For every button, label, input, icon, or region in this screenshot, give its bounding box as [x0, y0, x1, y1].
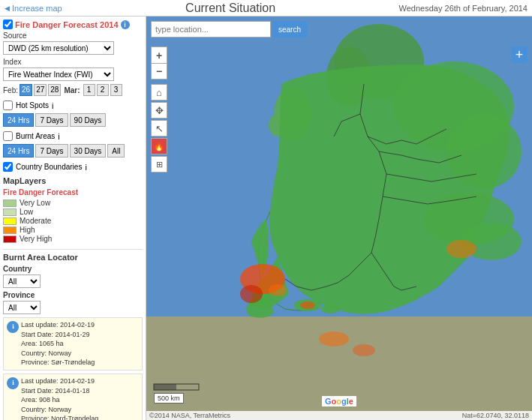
province-select-row: All	[3, 301, 143, 314]
source-label: Source	[3, 32, 143, 40]
search-input[interactable]	[151, 21, 271, 38]
hot-spots-tab-24hrs[interactable]: 24 Hrs	[3, 113, 34, 127]
hot-spots-info-icon[interactable]: i	[52, 101, 53, 110]
source-row: DWD (25 km resolution)	[3, 41, 143, 55]
map-zoom-controls: + −	[151, 46, 167, 80]
hot-spots-section: Hot Spots i 24 Hrs 7 Days 90 Days	[3, 100, 143, 127]
date-btn-feb-27[interactable]: 27	[34, 84, 47, 96]
mar-label: Mar:	[64, 86, 80, 94]
info-card-2-icon[interactable]: ℹ	[7, 377, 19, 389]
legend-label-very-high: Very High	[20, 235, 52, 243]
legend-label-very-low: Very Low	[20, 199, 50, 207]
svg-point-15	[446, 114, 521, 189]
legend-item-low: Low	[3, 208, 143, 216]
map-search: search	[151, 21, 307, 38]
hot-spots-tabs: 24 Hrs 7 Days 90 Days	[3, 113, 143, 127]
legend-color-very-low	[3, 200, 17, 207]
legend-item-very-high: Very High	[3, 235, 143, 243]
svg-point-12	[319, 332, 349, 346]
burnt-areas-row: Burnt Areas i	[3, 131, 143, 141]
google-logo: Google	[322, 396, 356, 406]
burnt-area-locator: Burnt Area Locator Country All Province …	[3, 249, 143, 420]
nav-fire-button[interactable]: 🔥	[151, 138, 167, 154]
date-btn-feb-26[interactable]: 26	[20, 84, 32, 96]
date-btn-mar-2[interactable]: 2	[97, 84, 109, 96]
burnt-areas-tab-all[interactable]: All	[107, 144, 125, 158]
svg-point-7	[240, 285, 263, 303]
country-field-label: Country	[3, 265, 143, 273]
svg-point-11	[321, 304, 339, 314]
date-btn-mar-3[interactable]: 3	[110, 84, 122, 96]
header-date: Wednesday 26th of February, 2014	[399, 4, 527, 13]
legend-item-very-low: Very Low	[3, 199, 143, 207]
legend-color-high	[3, 226, 17, 234]
hot-spots-label: Hot Spots	[16, 101, 49, 110]
page-title: Current Situation	[185, 2, 275, 15]
search-button[interactable]: search	[272, 21, 307, 38]
hot-spots-checkbox[interactable]	[3, 100, 13, 110]
map-nav-controls: ⌂ ✥ ↖ 🔥 ⊞	[151, 84, 167, 172]
country-boundaries-checkbox[interactable]	[3, 162, 13, 172]
country-select-row: All	[3, 274, 143, 288]
zoom-out-button[interactable]: −	[151, 63, 167, 80]
feb-label: Feb:	[3, 86, 18, 94]
map-expand-button[interactable]: +	[511, 46, 527, 63]
burnt-areas-tab-24hrs[interactable]: 24 Hrs	[3, 144, 34, 158]
increase-map-link[interactable]: Increase map	[5, 4, 62, 13]
hot-spots-tab-7days[interactable]: 7 Days	[35, 113, 68, 127]
main-content: Fire Danger Forecast 2014 i Source DWD (…	[0, 16, 532, 420]
legend-label-moderate: Moderate	[20, 217, 51, 225]
date-btn-mar-1[interactable]: 1	[83, 84, 95, 96]
date-btn-feb-28[interactable]: 28	[48, 84, 61, 96]
legend-color-moderate	[3, 218, 17, 225]
province-field-label: Province	[3, 291, 143, 299]
nav-home-button[interactable]: ⌂	[151, 84, 167, 100]
map-layers-title: MapLayers	[3, 176, 143, 185]
legend-color-low	[3, 208, 17, 216]
nav-pointer-button[interactable]: ↖	[151, 120, 167, 136]
map-imagery-credit: ©2014 NASA, TerraMetrics	[149, 412, 230, 419]
legend-label-high: High	[20, 226, 35, 234]
index-label: Index	[3, 58, 143, 66]
burnt-areas-section: Burnt Areas i 24 Hrs 7 Days 30 Days All	[3, 131, 143, 158]
fire-danger-title: Fire Danger Forecast 2014 i	[3, 20, 143, 29]
burnt-locator-title: Burnt Area Locator	[3, 253, 143, 262]
map-area[interactable]: search + − ⌂ ✥ ↖ 🔥 ⊞ + Google	[146, 16, 532, 420]
app: Increase map Current Situation Wednesday…	[0, 0, 532, 420]
source-select[interactable]: DWD (25 km resolution)	[3, 41, 114, 55]
svg-point-10	[300, 302, 315, 309]
country-boundaries-label: Country Boundaries	[16, 163, 82, 171]
info-card-2-text: Last update: 2014-02-19 Start Date: 2014…	[21, 376, 98, 420]
map-coords: Nat=62.0740, 32.0118	[462, 412, 529, 419]
province-select[interactable]: All	[3, 301, 41, 314]
map-footer: ©2014 NASA, TerraMetrics Nat=62.0740, 32…	[146, 411, 532, 420]
fire-danger-info-icon[interactable]: i	[121, 20, 130, 29]
info-card-1-icon[interactable]: ℹ	[7, 321, 19, 333]
country-boundaries-info-icon[interactable]: i	[85, 163, 86, 172]
zoom-in-button[interactable]: +	[151, 46, 167, 63]
nav-pan-button[interactable]: ✥	[151, 102, 167, 118]
country-boundaries-row: Country Boundaries i	[3, 162, 143, 172]
svg-rect-20	[154, 384, 176, 390]
map-layers-section: MapLayers Fire Danger Forecast Very Low …	[3, 176, 143, 243]
burnt-areas-tab-30days[interactable]: 30 Days	[70, 144, 107, 158]
burnt-areas-checkbox[interactable]	[3, 131, 13, 141]
burnt-areas-label: Burnt Areas	[16, 132, 55, 140]
fire-danger-checkbox[interactable]	[3, 20, 13, 29]
fire-danger-section: Fire Danger Forecast 2014 i Source DWD (…	[3, 20, 143, 96]
index-select[interactable]: Fire Weather Index (FWI)	[3, 68, 114, 81]
burnt-areas-tab-7days[interactable]: 7 Days	[35, 144, 68, 158]
info-card-1: ℹ Last update: 2014-02-19 Start Date: 20…	[3, 317, 143, 370]
country-select[interactable]: All	[3, 274, 41, 288]
index-row: Fire Weather Index (FWI)	[3, 68, 143, 81]
legend-item-moderate: Moderate	[3, 217, 143, 225]
legend-label-low: Low	[20, 208, 33, 216]
legend: Very Low Low Moderate High	[3, 199, 143, 243]
burnt-areas-info-icon[interactable]: i	[58, 132, 59, 141]
fire-danger-layer-title: Fire Danger Forecast	[3, 188, 143, 196]
svg-point-18	[446, 240, 476, 258]
date-navigation: Feb: 26 27 28 Mar: 1 2 3	[3, 84, 143, 96]
hot-spots-tab-90days[interactable]: 90 Days	[70, 113, 107, 127]
map-svg	[146, 16, 532, 420]
nav-layers-button[interactable]: ⊞	[151, 156, 167, 172]
